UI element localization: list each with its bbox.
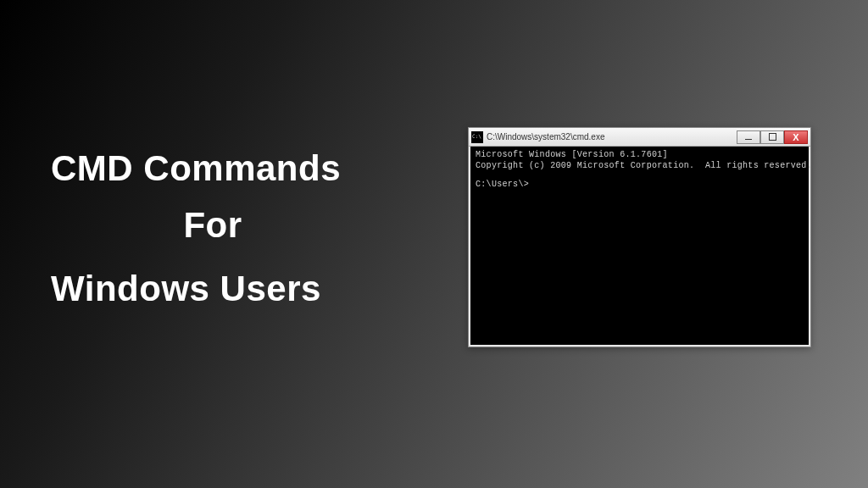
heading-line-1: CMD Commands xyxy=(51,140,341,197)
cmd-window: C:\Windows\system32\cmd.exe X Microsoft … xyxy=(468,127,811,347)
terminal-prompt: C:\Users\> xyxy=(476,180,804,191)
maximize-button[interactable] xyxy=(760,130,784,144)
close-button[interactable]: X xyxy=(784,130,808,144)
terminal-copyright-line: Copyright (c) 2009 Microsoft Corporation… xyxy=(476,161,804,172)
heading-line-3: Windows Users xyxy=(51,260,341,317)
window-controls: X xyxy=(737,130,808,144)
terminal-version-line: Microsoft Windows [Version 6.1.7601] xyxy=(476,150,804,161)
terminal-output[interactable]: Microsoft Windows [Version 6.1.7601] Cop… xyxy=(469,147,810,347)
cmd-icon xyxy=(471,131,483,143)
heading-line-2: For xyxy=(85,197,341,253)
minimize-button[interactable] xyxy=(737,130,760,144)
main-heading: CMD Commands For Windows Users xyxy=(51,140,341,318)
window-title: C:\Windows\system32\cmd.exe xyxy=(487,132,737,141)
window-titlebar[interactable]: C:\Windows\system32\cmd.exe X xyxy=(469,128,810,147)
